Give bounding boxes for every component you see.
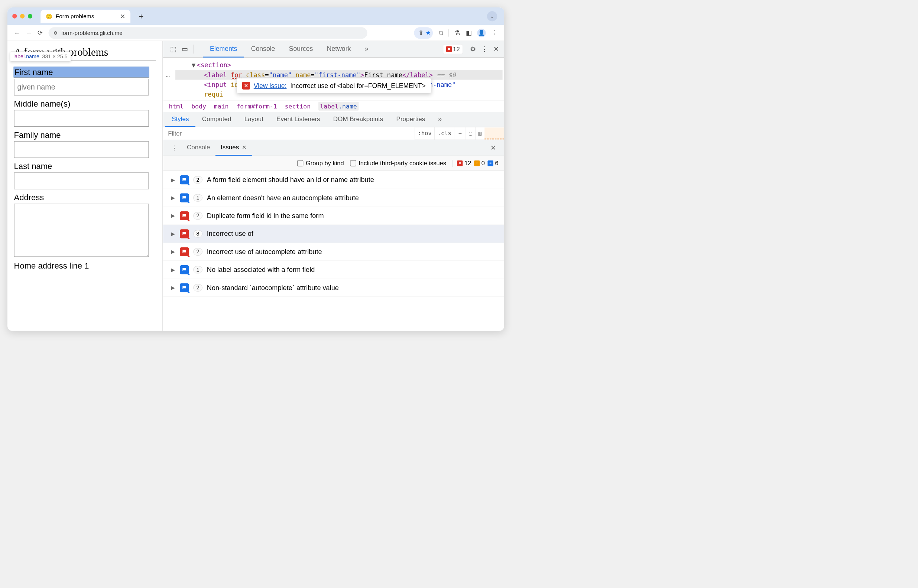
error-count: 12 (453, 46, 459, 53)
address-label: Address (14, 193, 156, 202)
view-issue-link[interactable]: View issue: (254, 81, 287, 90)
close-window[interactable] (12, 14, 17, 19)
dom-section: <section> (197, 61, 231, 69)
lab-icon[interactable]: ⚗ (454, 29, 460, 36)
group-by-kind-checkbox[interactable]: Group by kind (297, 160, 344, 167)
elements-tab[interactable]: Elements (203, 41, 244, 58)
device-toggle-icon[interactable]: ▭ (179, 45, 190, 53)
issue-row[interactable]: ▶2Incorrect use of autocomplete attribut… (163, 243, 504, 261)
close-drawer-tab-icon[interactable]: ✕ (242, 144, 247, 151)
issue-tooltip: ✕ View issue: Incorrect use of <label fo… (237, 78, 431, 93)
issue-count: 2 (194, 284, 202, 291)
site-info-icon[interactable]: ⚙ (53, 30, 58, 35)
issue-row[interactable]: ▶2Non-standard `autocomplete` attribute … (163, 279, 504, 296)
panel-icon[interactable]: ◧ (466, 29, 472, 36)
error-count-badge[interactable]: ✕12 (457, 160, 471, 167)
devtools-menu-icon[interactable]: ⋮ (479, 45, 490, 53)
drawer-issues-tab[interactable]: Issues ✕ (215, 140, 252, 156)
dom-tree[interactable]: ▼<section> ⋯ <label for class="name" nam… (163, 58, 504, 100)
bookmark-star-icon[interactable]: ★ (425, 29, 431, 36)
drawer-tabs: ⋮ Console Issues ✕ ✕ (163, 140, 504, 156)
event-listeners-tab[interactable]: Event Listeners (270, 112, 326, 127)
dom-breadcrumb[interactable]: html body main form#form-1 section label… (163, 100, 504, 112)
style-brush-icon[interactable]: ▢ (466, 127, 475, 140)
expand-icon[interactable]: ▶ (171, 267, 175, 272)
address-bar[interactable]: ⚙ form-problems.glitch.me (48, 27, 367, 39)
close-tab-icon[interactable]: ✕ (120, 13, 125, 20)
issue-row[interactable]: ▶1No label associated with a form field (163, 261, 504, 279)
drawer-menu-icon[interactable]: ⋮ (167, 144, 182, 151)
styles-filterbar: :hov .cls ＋ ▢ ▥ (163, 127, 504, 140)
last-name-label: Last name (14, 162, 156, 171)
panel-overflow-icon[interactable]: » (432, 112, 448, 127)
family-name-input[interactable] (14, 141, 149, 158)
last-name-input[interactable] (14, 172, 149, 189)
address-textarea[interactable] (14, 204, 149, 257)
crumb-form[interactable]: form#form-1 (236, 103, 277, 110)
expand-icon[interactable]: ▶ (171, 285, 175, 291)
issue-count: 2 (194, 248, 202, 255)
kebab-menu-icon[interactable]: ⋮ (491, 29, 498, 36)
network-tab[interactable]: Network (320, 41, 358, 58)
share-icon[interactable]: ⇧ (418, 29, 423, 36)
drawer-console-tab[interactable]: Console (182, 140, 215, 156)
dom-breakpoints-tab[interactable]: DOM Breakpoints (326, 112, 390, 127)
styles-filter-input[interactable] (163, 127, 415, 140)
computed-tab[interactable]: Computed (196, 112, 238, 127)
info-count-badge[interactable]: ≡6 (488, 160, 499, 167)
error-icon: ✕ (446, 47, 452, 52)
cls-toggle[interactable]: .cls (434, 127, 454, 140)
computed-toggle-icon[interactable]: ▥ (475, 127, 485, 140)
expand-icon[interactable]: ▶ (171, 231, 175, 236)
issue-count: 2 (194, 212, 202, 220)
issue-row[interactable]: ▶1An element doesn't have an autocomplet… (163, 189, 504, 207)
crumb-main[interactable]: main (214, 103, 229, 110)
crumb-html[interactable]: html (169, 103, 184, 110)
issue-row[interactable]: ▶2Duplicate form field id in the same fo… (163, 207, 504, 225)
new-tab-button[interactable]: ＋ (137, 11, 146, 21)
issue-text: No label associated with a form field (207, 266, 315, 273)
tab-overflow-icon[interactable]: ⌄ (487, 11, 498, 21)
maximize-window[interactable] (28, 14, 32, 19)
crumb-section[interactable]: section (285, 103, 311, 110)
new-style-icon[interactable]: ＋ (454, 127, 465, 140)
error-count-badge[interactable]: ✕ 12 (443, 44, 463, 54)
crumb-label[interactable]: label.name (318, 102, 359, 111)
expand-icon[interactable]: ▶ (171, 213, 175, 218)
include-thirdparty-checkbox[interactable]: Include third-party cookie issues (350, 160, 446, 167)
warn-count-badge[interactable]: !0 (474, 160, 485, 167)
error-icon: ✕ (242, 82, 250, 89)
styles-tab[interactable]: Styles (165, 112, 196, 127)
hov-toggle[interactable]: :hov (415, 127, 434, 140)
dom-actions-icon[interactable]: ⋯ (166, 72, 171, 81)
minimize-window[interactable] (20, 14, 24, 19)
expand-icon[interactable]: ▶ (171, 195, 175, 200)
tabs-overflow-icon[interactable]: » (358, 41, 375, 58)
issue-row[interactable]: ▶8Incorrect use of (163, 225, 504, 242)
devtools-close-icon[interactable]: ✕ (491, 45, 501, 53)
browser-tab[interactable]: 😕 Form problems ✕ (40, 10, 130, 23)
first-name-input[interactable] (14, 79, 149, 95)
properties-tab[interactable]: Properties (390, 112, 432, 127)
crumb-body[interactable]: body (191, 103, 206, 110)
inspect-element-icon[interactable]: ⬚ (168, 45, 179, 53)
reload-button[interactable]: ⟳ (37, 29, 43, 36)
expand-icon[interactable]: ▶ (171, 249, 175, 254)
drawer-close-icon[interactable]: ✕ (486, 144, 500, 152)
extensions-icon[interactable]: ⧉ (439, 29, 443, 36)
issue-text: An element doesn't have an autocomplete … (207, 194, 359, 202)
sources-tab[interactable]: Sources (282, 41, 320, 58)
first-name-label: First name (14, 67, 149, 77)
issue-kind-icon (180, 247, 189, 256)
back-button[interactable]: ← (14, 29, 21, 36)
forward-button[interactable]: → (26, 29, 32, 36)
expand-icon[interactable]: ▶ (171, 177, 175, 183)
layout-tab[interactable]: Layout (238, 112, 270, 127)
profile-avatar-icon[interactable]: 👤 (477, 29, 486, 37)
console-tab[interactable]: Console (244, 41, 282, 58)
settings-gear-icon[interactable]: ⚙ (468, 45, 478, 53)
issue-kind-icon (180, 175, 189, 184)
issue-row[interactable]: ▶2A form field element should have an id… (163, 171, 504, 189)
issues-list: ▶2A form field element should have an id… (163, 171, 504, 331)
middle-names-input[interactable] (14, 110, 149, 127)
